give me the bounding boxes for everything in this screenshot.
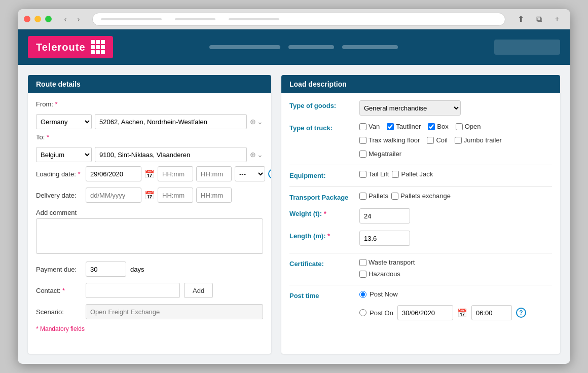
delivery-date-input[interactable] [86, 188, 141, 203]
logo-text: Teleroute [36, 42, 86, 53]
certificate-waste-item[interactable]: Waste transport [359, 258, 415, 266]
minimize-button[interactable] [34, 16, 41, 22]
loading-dash-select[interactable]: --- +1 +2 [235, 166, 265, 181]
weight-row: Weight (t): * [289, 208, 552, 223]
add-contact-button[interactable]: Add [184, 283, 213, 298]
comment-textarea[interactable] [36, 218, 263, 254]
to-expand-icon[interactable]: ⌄ [257, 151, 263, 159]
contact-fields: Add [86, 283, 213, 298]
post-on-time-input[interactable] [471, 305, 512, 320]
truck-mega-item[interactable]: Megatrailer [359, 150, 552, 158]
truck-jumbo-item[interactable]: Jumbo trailer [455, 136, 502, 144]
back-button[interactable]: ‹ [60, 14, 71, 25]
truck-options-row2: Trax walking floor Coil Jumbo trailer [359, 136, 552, 144]
truck-van-checkbox[interactable] [359, 123, 366, 130]
nav-pill-3 [342, 45, 398, 49]
post-time-content: Post Now Post On 📅 ? [359, 290, 552, 320]
length-input[interactable] [359, 231, 410, 246]
share-button[interactable]: ⬆ [513, 12, 528, 26]
transport-pallets-exchange-checkbox[interactable] [391, 193, 398, 200]
forward-button[interactable]: › [73, 14, 84, 25]
truck-tautliner-item[interactable]: Tautliner [387, 123, 421, 130]
weight-label: Weight (t): * [289, 208, 355, 217]
equipment-pallet-jack-checkbox[interactable] [392, 171, 399, 178]
loading-date-calendar-icon[interactable]: 📅 [144, 169, 155, 179]
truck-open-checkbox[interactable] [456, 123, 463, 130]
weight-input[interactable] [359, 208, 410, 223]
post-now-radio[interactable] [359, 291, 366, 298]
to-country-row: Belgium Germany France ⊕ ⌄ [36, 147, 263, 162]
length-content [359, 231, 552, 246]
comment-section: Add comment [36, 209, 263, 255]
truck-options-row3: Megatrailer [359, 150, 552, 158]
truck-coil-checkbox[interactable] [427, 137, 434, 144]
url-bar[interactable] [92, 13, 505, 26]
loading-time2-input[interactable] [196, 166, 232, 181]
post-now-item[interactable]: Post Now [359, 290, 398, 298]
close-button[interactable] [24, 16, 30, 22]
contact-label: Contact: * [36, 287, 82, 294]
to-address-input[interactable] [95, 147, 247, 162]
truck-trax-checkbox[interactable] [359, 137, 366, 144]
post-on-calendar-icon[interactable]: 📅 [457, 308, 467, 318]
loading-time1-input[interactable] [158, 166, 193, 181]
payment-due-input[interactable] [86, 262, 126, 277]
equipment-pallet-jack-item[interactable]: Pallet Jack [392, 170, 433, 178]
transport-pallets-exchange-item[interactable]: Pallets exchange [391, 192, 451, 200]
nav-arrows: ‹ › [60, 14, 84, 25]
transport-pallets-checkbox[interactable] [359, 193, 366, 200]
certificate-hazardous-checkbox[interactable] [359, 271, 366, 278]
truck-tautliner-checkbox[interactable] [387, 123, 394, 130]
scenario-input[interactable] [86, 304, 263, 319]
post-time-row: Post time Post Now Post On [289, 290, 552, 320]
loading-help-icon[interactable]: ? [268, 169, 271, 179]
truck-van-item[interactable]: Van [359, 123, 380, 130]
post-on-help-icon[interactable]: ? [516, 308, 526, 318]
equipment-tail-lift-item[interactable]: Tail Lift [359, 170, 389, 178]
to-country-select[interactable]: Belgium Germany France [36, 147, 92, 162]
loading-date-fields: 📅 --- +1 +2 ? [86, 166, 271, 181]
truck-jumbo-checkbox[interactable] [455, 137, 462, 144]
from-row: From: * [36, 100, 263, 108]
from-address-input[interactable] [95, 114, 247, 129]
truck-trax-item[interactable]: Trax walking floor [359, 136, 420, 144]
post-on-radio[interactable] [359, 309, 366, 316]
delivery-time2-input[interactable] [196, 188, 232, 203]
contact-input[interactable] [86, 283, 180, 298]
new-tab-button[interactable]: ⧉ [532, 12, 546, 26]
loading-date-row: Loading date: * 📅 --- +1 +2 [36, 166, 263, 181]
nav-pill-1 [209, 45, 280, 49]
maximize-button[interactable] [45, 16, 52, 22]
from-country-row: Germany Belgium France ⊕ ⌄ [36, 114, 263, 129]
from-address-icons: ⊕ ⌄ [250, 118, 263, 126]
from-expand-icon[interactable]: ⌄ [257, 118, 263, 126]
from-country-select[interactable]: Germany Belgium France [36, 114, 92, 129]
delivery-date-calendar-icon[interactable]: 📅 [144, 191, 155, 200]
certificate-waste-checkbox[interactable] [359, 259, 366, 266]
post-time-label: Post time [289, 290, 355, 300]
transport-pallets-item[interactable]: Pallets [359, 192, 388, 200]
app-container: Teleroute Route details [18, 29, 570, 364]
type-of-truck-row: Type of truck: Van Tautliner B [289, 123, 552, 158]
logo-area: Teleroute [28, 36, 113, 58]
contact-row: Contact: * Add [36, 283, 263, 298]
equipment-tail-lift-checkbox[interactable] [359, 171, 366, 178]
post-on-row: Post On 📅 ? [359, 305, 526, 320]
post-on-date-input[interactable] [397, 305, 453, 320]
browser-titlebar: ‹ › ⬆ ⧉ ＋ [18, 9, 570, 29]
truck-mega-checkbox[interactable] [359, 151, 366, 158]
type-of-goods-select[interactable]: General merchandise Bulk Temperature con… [359, 100, 461, 116]
truck-box-item[interactable]: Box [428, 123, 448, 130]
add-tab-button[interactable]: ＋ [550, 12, 564, 26]
loading-date-input[interactable] [86, 166, 141, 181]
post-on-item[interactable]: Post On [359, 309, 393, 317]
truck-box-checkbox[interactable] [428, 123, 435, 130]
truck-open-item[interactable]: Open [456, 123, 481, 130]
certificate-hazardous-item[interactable]: Hazardous [359, 270, 400, 278]
to-location-icon[interactable]: ⊕ [250, 151, 256, 159]
length-row: Length (m): * [289, 231, 552, 246]
delivery-time1-input[interactable] [158, 188, 193, 203]
transport-package-content: Pallets Pallets exchange [359, 192, 552, 200]
from-location-icon[interactable]: ⊕ [250, 118, 256, 126]
truck-coil-item[interactable]: Coil [427, 136, 447, 144]
